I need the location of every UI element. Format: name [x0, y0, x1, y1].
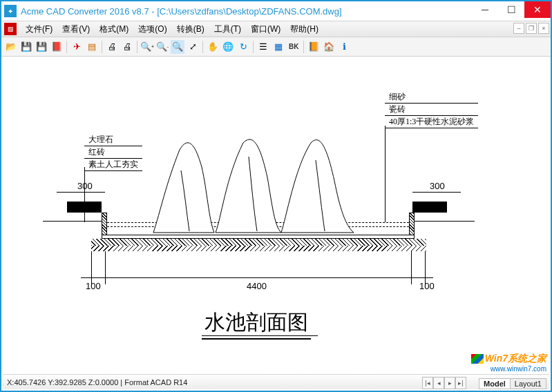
- wall-right: [409, 213, 415, 237]
- batch-icon[interactable]: ▤: [85, 40, 99, 54]
- watermark-sub: www.winwin7.com: [471, 365, 546, 373]
- separator: [102, 41, 102, 53]
- dim-right-100: 100: [419, 281, 435, 291]
- ext-line-2: [105, 251, 106, 284]
- maximize-button[interactable]: ☐: [498, 1, 524, 18]
- title-underline2: [202, 335, 318, 336]
- mdi-minimize-button[interactable]: –: [513, 23, 524, 34]
- zoom-extents-icon[interactable]: ⤢: [186, 40, 200, 54]
- mdi-restore-button[interactable]: ❐: [526, 23, 537, 34]
- dim-left-300: 300: [77, 181, 93, 191]
- watermark: Win7系统之家 www.winwin7.com: [471, 353, 546, 373]
- menubar: ▧ 文件(F) 查看(V) 格式(M) 选项(O) 转换(B) 工具(T) 窗口…: [1, 21, 551, 37]
- zoom-in-icon[interactable]: 🔍+: [140, 40, 154, 54]
- ground-left: [43, 221, 105, 222]
- hatch-layer: [91, 239, 426, 246]
- statusbar: X:405.7426 Y:392.9285 Z:0.0000 | Format …: [3, 374, 549, 389]
- menu-format[interactable]: 格式(M): [95, 23, 133, 35]
- ext-line-4: [425, 251, 426, 284]
- open-icon[interactable]: 📂: [4, 40, 18, 54]
- leader-left: [84, 167, 85, 222]
- flag-icon: [471, 354, 484, 364]
- grid-icon[interactable]: ▦: [272, 40, 285, 54]
- label-sutu: 素土人工夯实: [84, 159, 142, 171]
- layout-tabs: Model Layout1: [479, 378, 546, 389]
- separator: [137, 41, 137, 53]
- label-xisha: 细砂: [385, 91, 478, 104]
- refresh-icon[interactable]: ↻: [236, 40, 250, 54]
- ext-line-1: [91, 251, 92, 284]
- pdf-icon[interactable]: 📕: [50, 40, 64, 54]
- close-button[interactable]: ✕: [524, 1, 551, 18]
- label-block-left: 大理石 红砖 素土人工夯实: [84, 134, 142, 171]
- menu-window[interactable]: 窗口(W): [246, 23, 285, 35]
- label-mortar: 40厚1:3干硬性水泥砂浆: [385, 116, 478, 128]
- mdi-controls: – ❐ ×: [513, 23, 549, 34]
- dim-line-bottom: [81, 277, 433, 278]
- status-text: X:405.7426 Y:392.9285 Z:0.0000 | Format …: [7, 378, 187, 386]
- separator: [202, 41, 203, 53]
- titlebar: ✦ Acme CAD Converter 2016 v8.7 - [C:\Use…: [1, 1, 551, 21]
- print-preview-icon[interactable]: 🖨: [105, 40, 119, 54]
- menu-view[interactable]: 查看(V): [57, 23, 95, 35]
- nav-first-button[interactable]: |◂: [422, 377, 433, 389]
- nav-prev-button[interactable]: ◂: [433, 377, 444, 389]
- save-red-icon[interactable]: 💾: [35, 40, 48, 54]
- home-icon[interactable]: 🏠: [322, 40, 336, 54]
- layers-icon[interactable]: ☰: [256, 40, 270, 54]
- label-daili: 大理石: [84, 134, 142, 146]
- nav-last-button[interactable]: ▸|: [455, 377, 466, 389]
- menu-tools[interactable]: 工具(T): [209, 23, 246, 35]
- nav-buttons: |◂ ◂ ▸ ▸|: [422, 377, 466, 389]
- hatch-layer2: [91, 246, 426, 251]
- menu-help[interactable]: 帮助(H): [285, 23, 323, 35]
- label-block-right: 细砂 瓷砖 40厚1:3干硬性水泥砂浆: [385, 91, 478, 128]
- separator: [253, 41, 254, 53]
- separator: [303, 41, 304, 53]
- toolbar: 📂 💾 💾 📕 ✈ ▤ 🖨 🖨 🔍+ 🔍- 🔍 ⤢ ✋ 🌐 ↻ ☰ ▦ BK 📙…: [1, 37, 551, 57]
- mdi-close-button[interactable]: ×: [538, 23, 549, 34]
- wall-left: [102, 213, 107, 237]
- nav-next-button[interactable]: ▸: [444, 377, 455, 389]
- save-icon[interactable]: 💾: [19, 40, 33, 54]
- dim-right-300: 300: [430, 181, 445, 191]
- tab-layout[interactable]: Layout1: [510, 378, 546, 389]
- leader-right: [385, 126, 386, 222]
- bk-label[interactable]: BK: [287, 43, 301, 50]
- separator: [66, 41, 67, 53]
- globe-icon[interactable]: 🌐: [221, 40, 235, 54]
- watermark-main: Win7系统之家: [485, 353, 546, 364]
- cope-left: [67, 202, 102, 213]
- dim-left-100: 100: [86, 281, 101, 291]
- tab-model[interactable]: Model: [479, 378, 511, 389]
- dim-line-left: [57, 192, 105, 193]
- info-icon[interactable]: ℹ: [337, 40, 351, 54]
- rocks-icon: [140, 129, 374, 236]
- zoom-window-icon[interactable]: 🔍: [171, 40, 184, 54]
- minimize-button[interactable]: ─: [472, 1, 498, 18]
- dim-4400: 4400: [247, 281, 267, 291]
- menu-convert[interactable]: 转换(B): [172, 23, 209, 35]
- drawing-canvas[interactable]: 大理石 红砖 素土人工夯实 细砂 瓷砖 40厚1:3干硬性水泥砂浆 300 30…: [1, 57, 551, 364]
- print-icon[interactable]: 🖨: [120, 40, 134, 54]
- label-cizhuan: 瓷砖: [385, 104, 478, 116]
- app-indicator-icon: ▧: [4, 23, 17, 35]
- window-controls: ─ ☐ ✕: [472, 1, 551, 18]
- zoom-out-icon[interactable]: 🔍-: [155, 40, 169, 54]
- bird-icon[interactable]: ✈: [70, 40, 84, 54]
- app-icon: ✦: [4, 5, 17, 17]
- cope-right: [412, 202, 447, 213]
- pan-icon[interactable]: ✋: [206, 40, 220, 54]
- dim-line-right: [412, 192, 461, 193]
- book-icon[interactable]: 📙: [307, 40, 321, 54]
- titlebar-text: Acme CAD Converter 2016 v8.7 - [C:\Users…: [21, 6, 342, 17]
- menu-file[interactable]: 文件(F): [21, 23, 57, 35]
- ext-line-3: [411, 251, 412, 284]
- ground-right: [412, 221, 475, 222]
- label-hongzhuan: 红砖: [84, 146, 142, 159]
- menu-options[interactable]: 选项(O): [133, 23, 171, 35]
